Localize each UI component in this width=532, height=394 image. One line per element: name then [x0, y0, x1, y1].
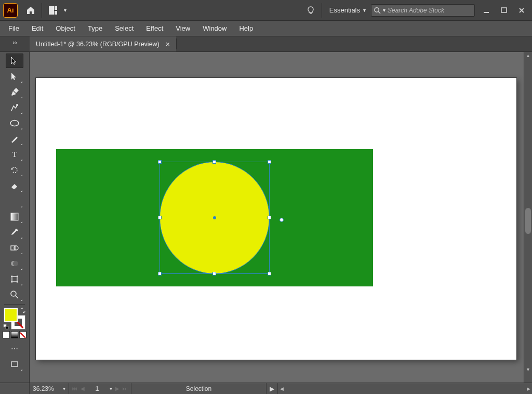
selection-handle-nw[interactable]	[158, 160, 162, 164]
tool-selection[interactable]	[6, 54, 23, 68]
tool-pen[interactable]	[6, 85, 23, 99]
eraser-icon	[10, 181, 19, 190]
selection-center[interactable]	[213, 216, 216, 219]
pen-icon	[10, 87, 19, 97]
expand-icon[interactable]: ››	[12, 38, 17, 46]
svg-point-14	[13, 261, 18, 266]
live-shape-widget[interactable]	[280, 218, 284, 222]
app-logo: Ai	[3, 3, 18, 18]
status-popup-button[interactable]: ▶	[267, 383, 278, 394]
tool-zoom[interactable]	[6, 287, 23, 302]
close-icon	[518, 7, 525, 14]
swap-fill-stroke-icon[interactable]	[20, 307, 26, 313]
menu-type[interactable]: Type	[82, 21, 109, 36]
selection-handle-n[interactable]	[212, 160, 216, 164]
chevron-down-icon[interactable]: ▾	[110, 386, 112, 391]
selection-handle-e[interactable]	[268, 216, 271, 219]
arrange-documents-button[interactable]	[44, 2, 62, 19]
selection-handle-sw[interactable]	[158, 272, 162, 275]
menu-file[interactable]: File	[2, 21, 25, 36]
stock-search[interactable]: ▾	[371, 4, 475, 17]
scroll-down-button[interactable]: ▼	[524, 366, 532, 373]
learn-button[interactable]	[302, 2, 320, 19]
menu-effect[interactable]: Effect	[140, 21, 169, 36]
stock-search-input[interactable]	[388, 7, 472, 14]
paintbrush-icon	[10, 134, 19, 143]
screen-mode-button[interactable]	[6, 357, 23, 372]
edit-toolbar-button[interactable]: ⋯	[6, 342, 23, 356]
tool-eraser[interactable]	[6, 178, 23, 193]
selection-handle-se[interactable]	[268, 272, 271, 275]
fill-stroke-swatch[interactable]	[4, 308, 25, 329]
home-button[interactable]	[22, 2, 39, 19]
chevron-down-icon[interactable]: ▾	[63, 386, 65, 391]
menu-view[interactable]: View	[169, 21, 196, 36]
grid-icon	[48, 6, 58, 15]
default-fill-stroke-icon[interactable]	[3, 324, 9, 330]
selection-handle-ne[interactable]	[268, 160, 271, 164]
menu-help[interactable]: Help	[233, 21, 259, 36]
window-controls	[482, 6, 526, 15]
menu-object[interactable]: Object	[49, 21, 82, 36]
tool-rotate[interactable]	[6, 163, 23, 177]
scroll-thumb[interactable]	[525, 208, 531, 234]
separator	[322, 3, 322, 18]
tool-gradient[interactable]	[6, 209, 23, 224]
ellipse-icon	[9, 119, 20, 127]
workspace-switcher[interactable]: Essentials ▾	[324, 2, 371, 19]
fill-swatch[interactable]	[4, 308, 18, 322]
color-mode-button[interactable]	[3, 331, 10, 338]
minimize-button[interactable]	[482, 6, 490, 15]
svg-rect-0	[49, 6, 54, 15]
tool-blend[interactable]	[6, 241, 23, 255]
tool-shape-builder[interactable]	[6, 256, 23, 271]
menu-select[interactable]: Select	[109, 21, 140, 36]
main-area: T ⋯	[0, 52, 532, 383]
gradient-mode-button[interactable]	[11, 331, 18, 338]
tool-artboard[interactable]	[6, 272, 23, 286]
eyedropper-icon	[10, 228, 19, 237]
tool-width[interactable]	[6, 194, 23, 208]
svg-rect-5	[484, 12, 489, 13]
toolbox-header: ››	[0, 36, 30, 51]
chevron-down-icon: ▾	[363, 7, 366, 13]
svg-rect-10	[11, 213, 18, 220]
tool-type[interactable]: T	[6, 147, 23, 162]
zoom-value: 36.23%	[33, 385, 61, 392]
svg-point-12	[14, 246, 18, 250]
menu-window[interactable]: Window	[196, 21, 233, 36]
tool-curvature[interactable]	[6, 100, 23, 115]
artboard-navigator: ⏮ ◀ ▾ ▶ ⏭	[69, 383, 131, 394]
more-icon: ⋯	[11, 345, 18, 353]
chevron-down-icon[interactable]: ▾	[383, 7, 385, 13]
none-mode-button[interactable]	[19, 331, 26, 338]
document-tab[interactable]: Untitled-1* @ 36.23% (RGB/GPU Preview) ×	[30, 36, 176, 51]
artboard-index-input[interactable]	[88, 385, 107, 392]
svg-line-4	[378, 11, 380, 14]
scroll-up-button[interactable]: ▲	[524, 52, 532, 59]
artboard[interactable]	[36, 78, 516, 360]
last-artboard-button[interactable]: ⏭	[123, 386, 128, 391]
selection-handle-w[interactable]	[158, 216, 162, 219]
canvas[interactable]	[30, 52, 524, 383]
tool-direct-selection[interactable]	[6, 69, 23, 84]
chevron-down-icon[interactable]: ▾	[64, 7, 66, 13]
menu-edit[interactable]: Edit	[25, 21, 49, 36]
prev-artboard-button[interactable]: ◀	[81, 386, 85, 391]
close-button[interactable]	[517, 6, 526, 15]
first-artboard-button[interactable]: ⏮	[72, 386, 77, 391]
tool-ellipse[interactable]	[6, 116, 23, 130]
selection-handle-s[interactable]	[212, 272, 216, 275]
minimize-icon	[483, 7, 489, 14]
artboard-icon	[10, 274, 19, 284]
next-artboard-button[interactable]: ▶	[115, 386, 119, 391]
maximize-button[interactable]	[500, 6, 508, 15]
selection-icon	[10, 56, 19, 65]
vertical-scrollbar[interactable]: ▲ ▼	[524, 52, 532, 383]
selection-bounding-box[interactable]	[159, 162, 270, 274]
tool-eyedropper[interactable]	[6, 225, 23, 240]
tool-paintbrush[interactable]	[6, 132, 23, 146]
zoom-control[interactable]: 36.23% ▾	[30, 383, 69, 394]
tab-close-button[interactable]: ×	[166, 41, 170, 48]
document-tab-title: Untitled-1* @ 36.23% (RGB/GPU Preview)	[36, 41, 159, 48]
